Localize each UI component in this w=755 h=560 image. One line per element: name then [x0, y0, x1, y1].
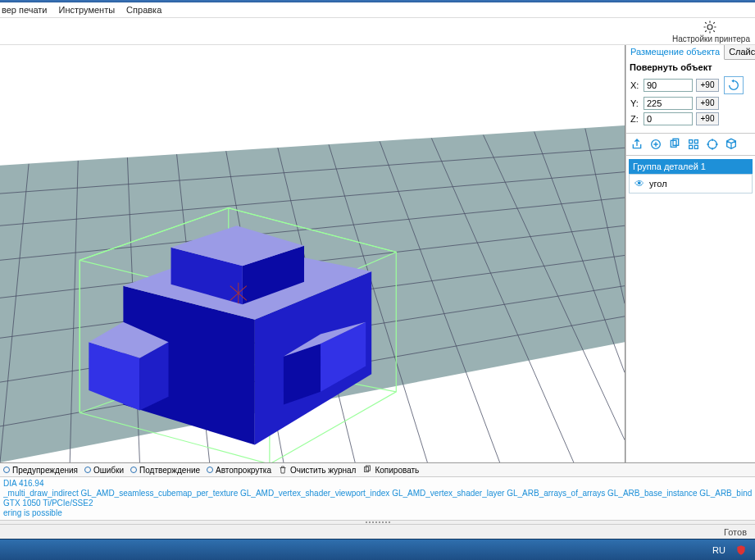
copy-icon — [668, 138, 681, 151]
rotate-y-input[interactable] — [644, 97, 693, 110]
bullet-icon — [130, 467, 137, 473]
log-panel: Предупреждения Ошибки Подтверждение Авто… — [0, 462, 755, 520]
log-errors-toggle[interactable]: Ошибки — [84, 466, 124, 475]
eye-icon[interactable]: 👁 — [634, 178, 644, 189]
right-tabbar: Размещение объекта Слайсер Просмотр — [626, 45, 755, 60]
right-panel: Размещение объекта Слайсер Просмотр Пове… — [625, 45, 755, 462]
svg-point-42 — [708, 140, 717, 149]
tray-shield-icon[interactable] — [735, 544, 747, 556]
bullet-icon — [207, 467, 213, 473]
target-icon — [706, 138, 719, 151]
view-cube-button[interactable] — [724, 137, 739, 152]
copy-button[interactable] — [667, 137, 682, 152]
rotate-y-label: Y: — [630, 98, 640, 108]
svg-rect-39 — [694, 140, 698, 143]
menu-print-server[interactable]: вер печати — [2, 5, 48, 15]
main-toolbar: Настройки принтера — [0, 18, 755, 45]
rotate-section-title: Повернуть объект — [626, 60, 755, 75]
taskbar-lang[interactable]: RU — [712, 545, 725, 555]
add-button[interactable] — [648, 137, 663, 152]
rotate-x-label: X: — [630, 80, 640, 90]
rotate-x-input[interactable] — [644, 79, 693, 92]
cube-icon — [725, 138, 738, 151]
log-autoscroll-toggle[interactable]: Автопрокрутка — [207, 466, 271, 475]
gear-icon — [703, 20, 717, 34]
log-confirmation-toggle[interactable]: Подтверждение — [130, 466, 200, 475]
rotate-y-plus90-button[interactable]: +90 — [696, 97, 719, 110]
os-taskbar: RU — [0, 539, 755, 560]
viewport-3d[interactable] — [0, 45, 625, 462]
clear-log-button[interactable]: Очистить журнал — [278, 465, 356, 475]
bullet-icon — [3, 467, 10, 473]
rotate-x-plus90-button[interactable]: +90 — [696, 79, 719, 92]
parts-group-item-label: угол — [649, 179, 667, 189]
rotate-z-plus90-button[interactable]: +90 — [696, 112, 719, 125]
status-ready: Готов — [724, 527, 747, 537]
trash-icon — [278, 465, 288, 475]
menu-help[interactable]: Справка — [126, 5, 161, 15]
statusbar: Готов — [0, 524, 755, 539]
parts-group-header[interactable]: Группа деталей 1 — [629, 159, 753, 174]
center-button[interactable] — [705, 137, 720, 152]
copy-icon — [362, 465, 372, 475]
export-button[interactable] — [630, 137, 644, 152]
parts-group-item[interactable]: 👁 угол — [629, 174, 753, 193]
rotate-z-input[interactable] — [644, 112, 693, 125]
bullet-icon — [84, 467, 91, 473]
svg-rect-40 — [689, 145, 693, 148]
grid-icon — [687, 138, 700, 151]
svg-rect-38 — [689, 140, 693, 143]
object-toolbar — [626, 134, 755, 156]
menu-tools[interactable]: Инструменты — [59, 5, 116, 15]
log-text[interactable]: DIA 416.94 _multi_draw_indirect GL_AMD_s… — [0, 477, 755, 520]
reset-icon — [726, 79, 741, 92]
printer-settings-label: Настройки принтера — [672, 34, 750, 43]
tab-placement[interactable]: Размещение объекта — [626, 45, 725, 60]
rotate-z-label: Z: — [630, 114, 640, 124]
log-warnings-toggle[interactable]: Предупреждения — [3, 466, 78, 475]
rotate-reset-button[interactable] — [724, 76, 744, 94]
printer-settings-button[interactable]: Настройки принтера — [671, 20, 750, 43]
plus-circle-icon — [649, 138, 662, 151]
copy-log-button[interactable]: Копировать — [362, 465, 419, 475]
menubar: вер печати Инструменты Справка — [0, 2, 755, 18]
export-icon — [630, 138, 644, 151]
tab-slicer[interactable]: Слайсер — [725, 45, 755, 59]
arrange-grid-button[interactable] — [686, 137, 701, 152]
svg-rect-41 — [694, 145, 698, 148]
